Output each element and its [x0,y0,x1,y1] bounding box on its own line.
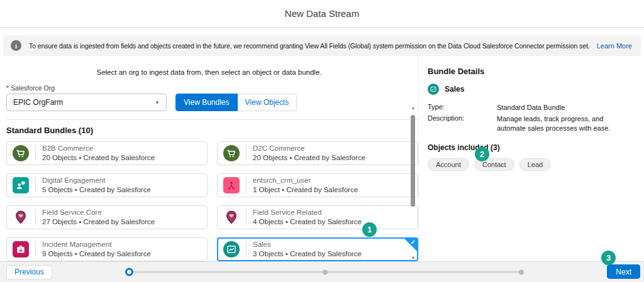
divider [246,241,247,258]
divider [35,177,36,193]
bundle-card-field-service-related[interactable]: Field Service Related 4 Objects • Create… [217,205,418,229]
bundle-name: Field Service Related [253,208,362,217]
annotation-badge-1: 1 [362,222,377,237]
previous-button[interactable]: Previous [6,265,52,279]
bundle-meta: 5 Objects • Created by Salesforce [42,185,151,195]
salesforce-org-value: EPIC OrgFarm [13,98,63,107]
page-header: New Data Stream [0,0,644,28]
annotation-badge-3: 3 [601,251,616,265]
info-icon: i [11,40,21,51]
scrollbar-thumb[interactable] [411,115,415,207]
view-toggle-group: View Bundles View Objects [175,94,297,111]
org-selection-row: * Salesforce Org EPIC OrgFarm ▼ View Bun… [6,84,418,111]
bundle-card-digital-engagement[interactable]: Digital Engagement 5 Objects • Created b… [6,173,208,197]
bundle-name: entsrch_crm_user [253,176,358,185]
main-content: Select an org to ingest data from, then … [0,56,644,261]
bundle-meta: 27 Objects • Created by Salesforce [42,217,155,227]
object-pill-lead[interactable]: Lead [519,158,551,171]
bundle-meta: 4 Objects • Created by Salesforce [253,217,362,227]
map-pin-heart-icon [13,209,29,225]
bundle-card-b2b-commerce[interactable]: B2B Commerce 20 Objects • Created by Sal… [6,141,208,165]
object-pill-account[interactable]: Account [428,158,469,171]
bundle-name: Digital Engagement [42,176,151,185]
scroll-up-icon[interactable]: ▲ [410,106,416,111]
salesforce-org-combobox[interactable]: EPIC OrgFarm ▼ [6,94,167,111]
bundle-name: B2B Commerce [42,144,155,153]
bundle-name: Sales [253,240,362,249]
divider [35,209,36,225]
org-and-bundles-panel: Select an org to ingest data from, then … [0,56,419,261]
divider [246,209,247,225]
progress-step-1-current[interactable] [125,268,133,276]
scroll-down-icon[interactable]: ▼ [410,256,416,261]
bundle-card-d2c-commerce[interactable]: D2C Commerce 20 Objects • Created by Sal… [217,141,418,165]
bundle-card-entsrch-crm-user[interactable]: entsrch_crm_user 1 Object • Created by S… [217,173,418,197]
type-value: Standard Data Bundle [497,103,634,112]
description-value: Manage leads, track progress, and automa… [497,114,634,133]
standard-bundles-heading: Standard Bundles (10) [6,126,418,135]
person-chat-icon [13,177,29,193]
annotation-badge-2: 2 [475,147,489,161]
chart-icon [428,84,439,95]
briefcase-warning-icon [13,241,29,258]
bundle-card-sales[interactable]: Sales 3 Objects • Created by Salesforce … [217,237,418,261]
wizard-footer: Previous Next [0,261,644,282]
progress-indicator [125,268,525,276]
bundle-name: Field Service Core [42,208,155,217]
view-objects-button[interactable]: View Objects [238,94,297,111]
view-bundles-button[interactable]: View Bundles [175,94,238,111]
next-button[interactable]: Next [607,264,640,279]
bundle-card-field-service-core[interactable]: Field Service Core 27 Objects • Created … [6,205,208,229]
bundle-meta: 20 Objects • Created by Salesforce [253,153,365,163]
bundle-name: D2C Commerce [253,144,365,153]
selected-bundle-row: Sales [428,84,635,95]
objects-included-heading: Objects included (3) [428,143,635,152]
info-banner-text: To ensure data is ingested from fields a… [29,42,589,50]
divider [35,145,36,161]
cart-icon [223,145,240,161]
selected-bundle-name: Sales [445,85,464,94]
type-label: Type: [428,103,497,112]
bundle-details-panel: Bundle Details Sales Type: Standard Data… [419,56,644,261]
chevron-down-icon: ▼ [155,100,160,106]
salesforce-org-label: * Salesforce Org [6,84,167,92]
object-pill-list: Account Contact Lead [428,158,635,171]
bundle-meta: 20 Objects • Created by Salesforce [42,153,155,163]
bundle-detail-fields: Type: Standard Data Bundle Description: … [428,103,635,133]
bundle-meta: 9 Objects • Created by Salesforce [42,249,151,259]
divider [6,119,419,120]
bundle-list-scrollbar[interactable]: ▲ ▼ [410,106,416,261]
custom-object-icon [223,177,240,193]
instruction-text: Select an org to ingest data from, then … [0,68,418,76]
salesforce-org-field: * Salesforce Org EPIC OrgFarm ▼ [6,84,167,111]
bundle-meta: 3 Objects • Created by Salesforce [253,249,362,259]
bundle-details-heading: Bundle Details [428,67,635,76]
cart-icon [13,145,29,161]
divider [35,241,36,258]
bundle-card-incident-management[interactable]: Incident Management 9 Objects • Created … [6,237,208,261]
chart-icon [223,241,240,258]
learn-more-link[interactable]: Learn More [597,42,632,50]
progress-step-3[interactable] [519,269,524,274]
divider [246,177,247,193]
info-banner: i To ensure data is ingested from fields… [3,35,641,56]
bundle-meta: 1 Object • Created by Salesforce [253,185,358,195]
divider [246,145,247,161]
required-asterisk: * [6,84,9,92]
page-title: New Data Stream [285,8,359,19]
description-label: Description: [428,114,497,133]
bundle-grid: B2B Commerce 20 Objects • Created by Sal… [6,141,418,261]
progress-step-2[interactable] [323,269,328,274]
bundle-name: Incident Management [42,240,151,249]
map-pin-heart-icon [223,209,240,225]
